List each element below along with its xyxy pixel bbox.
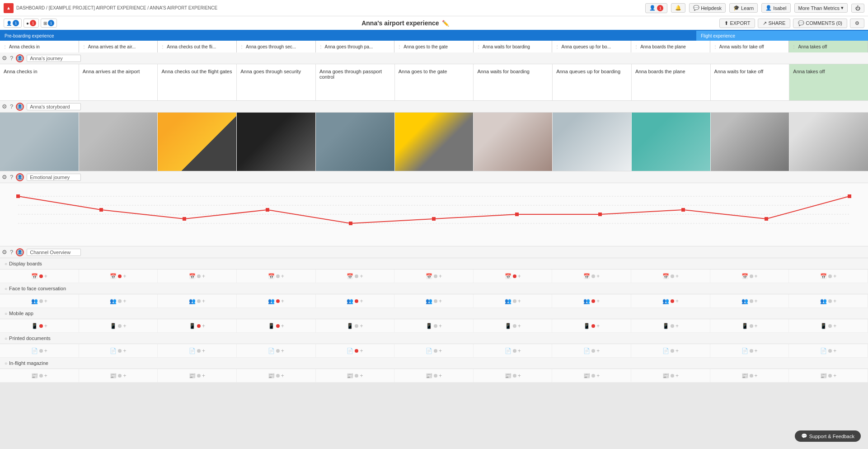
- channel-cell-4-7[interactable]: 📰+: [552, 369, 631, 382]
- channel-plus-2-2[interactable]: +: [202, 323, 205, 329]
- step-tab-1[interactable]: Anna arrives at the air...: [79, 41, 158, 52]
- storyboard-img-10[interactable]: [789, 113, 868, 171]
- storyboard-img-4[interactable]: [316, 113, 394, 171]
- channel-cell-3-9[interactable]: 📄+: [710, 344, 789, 357]
- channel-plus-0-7[interactable]: +: [596, 273, 600, 279]
- channel-plus-3-3[interactable]: +: [281, 348, 284, 354]
- channel-cell-0-10[interactable]: 📅+: [789, 269, 868, 283]
- export-btn[interactable]: ⬆ EXPORT: [719, 19, 755, 28]
- share-btn[interactable]: ↗ SHARE: [758, 19, 790, 28]
- channel-cell-2-10[interactable]: 📱+: [789, 319, 868, 332]
- step-tab-4[interactable]: Anna goes through pa...: [316, 41, 395, 52]
- channel-plus-0-1[interactable]: +: [123, 273, 126, 279]
- settings-emotional-icon[interactable]: ⚙: [2, 174, 7, 180]
- help-icon[interactable]: ?: [10, 55, 13, 61]
- channel-plus-1-5[interactable]: +: [439, 298, 442, 304]
- learn-btn[interactable]: 🎓 Learn: [729, 3, 758, 13]
- channel-cell-3-3[interactable]: 📄+: [237, 344, 316, 357]
- storyboard-img-1[interactable]: [79, 113, 158, 171]
- channel-plus-4-3[interactable]: +: [281, 373, 284, 379]
- channel-cell-0-3[interactable]: 📅+: [237, 269, 316, 283]
- user-icon-btn[interactable]: 👤 1: [645, 3, 667, 13]
- channel-cell-3-0[interactable]: 📄+: [0, 344, 79, 357]
- channel-plus-4-2[interactable]: +: [202, 373, 205, 379]
- channel-cell-1-3[interactable]: 👥+: [237, 294, 316, 307]
- step-tab-9[interactable]: Anna waits for take off: [710, 41, 789, 52]
- step-tab-6[interactable]: Anna waits for boarding: [474, 41, 553, 52]
- settings-small-icon[interactable]: ⚙: [2, 55, 7, 61]
- channel-plus-4-9[interactable]: +: [755, 373, 758, 379]
- channel-plus-4-6[interactable]: +: [518, 373, 521, 379]
- storyboard-label-input[interactable]: [27, 103, 81, 110]
- channel-plus-3-9[interactable]: +: [755, 348, 758, 354]
- channel-cell-0-2[interactable]: 📅+: [158, 269, 237, 283]
- step-tab-8[interactable]: Anna boards the plane: [631, 41, 710, 52]
- help-channel-icon[interactable]: ?: [10, 249, 13, 255]
- channel-cell-3-5[interactable]: 📄+: [394, 344, 474, 357]
- storyboard-img-0[interactable]: [0, 113, 79, 171]
- channel-cell-0-5[interactable]: 📅+: [394, 269, 474, 283]
- channel-cell-4-6[interactable]: 📰+: [474, 369, 553, 382]
- channel-plus-3-10[interactable]: +: [833, 348, 836, 354]
- channel-plus-2-8[interactable]: +: [676, 323, 679, 329]
- channel-cell-4-9[interactable]: 📰+: [710, 369, 789, 382]
- step-tab-2[interactable]: Anna checks out the fli...: [158, 41, 237, 52]
- channel-plus-1-2[interactable]: +: [202, 298, 205, 304]
- journey-label-input[interactable]: [27, 55, 81, 62]
- channel-plus-2-9[interactable]: +: [755, 323, 758, 329]
- badge-group-1[interactable]: 👤 1: [4, 19, 22, 28]
- channel-cell-1-5[interactable]: 👥+: [394, 294, 474, 307]
- channel-plus-2-1[interactable]: +: [123, 323, 126, 329]
- channel-cell-1-8[interactable]: 👥+: [631, 294, 710, 307]
- channel-cell-0-8[interactable]: 📅+: [631, 269, 710, 283]
- channel-cell-2-6[interactable]: 📱+: [474, 319, 553, 332]
- step-tab-0[interactable]: Anna checks in: [0, 41, 79, 52]
- channel-plus-3-2[interactable]: +: [202, 348, 205, 354]
- channel-cell-1-6[interactable]: 👥+: [474, 294, 553, 307]
- channel-plus-3-5[interactable]: +: [439, 348, 442, 354]
- channel-cell-1-2[interactable]: 👥+: [158, 294, 237, 307]
- emotional-label-input[interactable]: [27, 174, 81, 181]
- channel-cell-4-10[interactable]: 📰+: [789, 369, 868, 382]
- channel-cell-2-3[interactable]: 📱+: [237, 319, 316, 332]
- storyboard-img-5[interactable]: [395, 113, 474, 171]
- channel-cell-4-5[interactable]: 📰+: [394, 369, 474, 382]
- storyboard-img-7[interactable]: [553, 113, 631, 171]
- channel-cell-1-4[interactable]: 👥+: [316, 294, 395, 307]
- channel-plus-1-8[interactable]: +: [676, 298, 679, 304]
- channel-cell-1-0[interactable]: 👥+: [0, 294, 79, 307]
- channel-cell-3-4[interactable]: 📄+: [316, 344, 395, 357]
- channel-cell-1-1[interactable]: 👥+: [79, 294, 158, 307]
- storyboard-img-9[interactable]: [711, 113, 789, 171]
- channel-cell-2-7[interactable]: 📱+: [552, 319, 631, 332]
- channel-plus-4-1[interactable]: +: [123, 373, 126, 379]
- channel-plus-3-4[interactable]: +: [360, 348, 363, 354]
- step-tab-5[interactable]: Anna goes to the gate: [394, 41, 474, 52]
- channel-cell-2-4[interactable]: 📱+: [316, 319, 395, 332]
- helpdesk-btn[interactable]: 💬 Helpdesk: [689, 3, 726, 13]
- channel-cell-0-0[interactable]: 📅+: [0, 269, 79, 283]
- storyboard-img-8[interactable]: [632, 113, 710, 171]
- channel-cell-2-0[interactable]: 📱+: [0, 319, 79, 332]
- bell-btn[interactable]: 🔔: [671, 3, 685, 13]
- channel-plus-0-8[interactable]: +: [676, 273, 679, 279]
- channel-plus-1-6[interactable]: +: [518, 298, 521, 304]
- channel-plus-4-4[interactable]: +: [360, 373, 363, 379]
- channel-plus-1-7[interactable]: +: [596, 298, 600, 304]
- comments-btn[interactable]: 💬 COMMENTS (0): [793, 19, 847, 28]
- channel-cell-3-10[interactable]: 📄+: [789, 344, 868, 357]
- channel-cell-4-3[interactable]: 📰+: [237, 369, 316, 382]
- channel-plus-1-4[interactable]: +: [360, 298, 363, 304]
- storyboard-img-6[interactable]: [474, 113, 552, 171]
- channel-cell-3-6[interactable]: 📄+: [474, 344, 553, 357]
- channel-plus-2-10[interactable]: +: [833, 323, 836, 329]
- channel-cell-4-4[interactable]: 📰+: [316, 369, 395, 382]
- channel-plus-2-0[interactable]: +: [44, 323, 47, 329]
- channel-cell-0-6[interactable]: 📅+: [474, 269, 553, 283]
- channel-plus-0-9[interactable]: +: [755, 273, 758, 279]
- channel-plus-2-5[interactable]: +: [439, 323, 442, 329]
- channel-plus-1-0[interactable]: +: [44, 298, 47, 304]
- channel-plus-1-10[interactable]: +: [833, 298, 836, 304]
- step-tab-3[interactable]: Anna goes through sec...: [237, 41, 316, 52]
- channel-plus-4-10[interactable]: +: [833, 373, 836, 379]
